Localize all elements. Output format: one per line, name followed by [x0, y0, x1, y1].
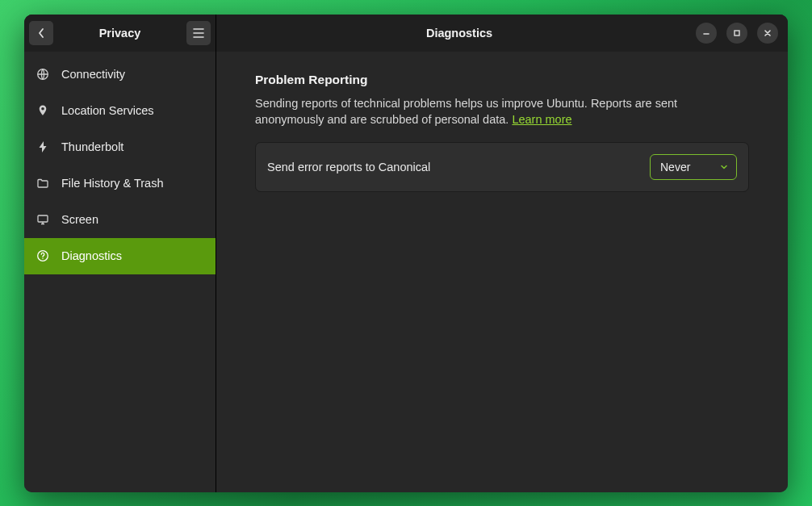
sidebar-item-thunderbolt[interactable]: Thunderbolt [24, 129, 216, 165]
sidebar-item-connectivity[interactable]: Connectivity [24, 56, 216, 93]
error-reports-dropdown[interactable]: Never [650, 154, 737, 180]
section-title: Problem Reporting [255, 73, 749, 87]
location-icon [36, 103, 50, 118]
content-pane: Problem Reporting Sending reports of tec… [216, 52, 788, 492]
folder-icon [36, 176, 50, 190]
learn-more-link[interactable]: Learn more [512, 113, 571, 126]
sidebar-item-label: Thunderbolt [61, 140, 123, 153]
sidebar-item-label: Connectivity [61, 68, 125, 81]
back-button[interactable] [29, 21, 53, 45]
chevron-left-icon [37, 27, 45, 39]
close-button[interactable] [757, 23, 778, 44]
titlebar: Privacy Diagnostics [24, 15, 788, 52]
globe-icon [36, 67, 50, 82]
sidebar-item-label: Diagnostics [61, 249, 122, 262]
sidebar-item-location[interactable]: Location Services [24, 93, 216, 129]
svg-rect-0 [735, 31, 739, 36]
setting-row-error-reports: Send error reports to Canonical Never [255, 142, 749, 192]
dropdown-value: Never [660, 161, 690, 174]
close-icon [764, 29, 772, 37]
sidebar-item-screen[interactable]: Screen [24, 202, 216, 238]
settings-window: Privacy Diagnostics [24, 15, 788, 492]
sidebar: Connectivity Location Services Thunderbo… [24, 52, 216, 492]
question-icon [36, 249, 50, 263]
sidebar-item-label: File History & Trash [61, 177, 164, 190]
sidebar-item-diagnostics[interactable]: Diagnostics [24, 238, 216, 274]
titlebar-left: Privacy [24, 15, 216, 52]
svg-rect-2 [38, 215, 48, 222]
sidebar-title: Privacy [53, 27, 186, 40]
description-text: Sending reports of technical problems he… [255, 97, 677, 126]
monitor-icon [36, 212, 50, 227]
sidebar-item-label: Screen [61, 213, 98, 226]
setting-label: Send error reports to Canonical [267, 161, 430, 174]
window-controls [696, 23, 781, 44]
titlebar-right: Diagnostics [216, 15, 788, 52]
hamburger-menu-button[interactable] [186, 21, 211, 45]
maximize-icon [733, 29, 741, 37]
minimize-icon [702, 29, 710, 37]
hamburger-icon [193, 28, 204, 38]
svg-point-4 [42, 258, 43, 259]
thunderbolt-icon [36, 140, 50, 154]
minimize-button[interactable] [696, 23, 717, 44]
chevron-down-icon [720, 163, 728, 171]
maximize-button[interactable] [726, 23, 747, 44]
section-description: Sending reports of technical problems he… [255, 95, 749, 128]
sidebar-item-file-history[interactable]: File History & Trash [24, 165, 216, 202]
page-title: Diagnostics [223, 27, 696, 40]
sidebar-item-label: Location Services [61, 104, 153, 117]
window-body: Connectivity Location Services Thunderbo… [24, 52, 788, 492]
